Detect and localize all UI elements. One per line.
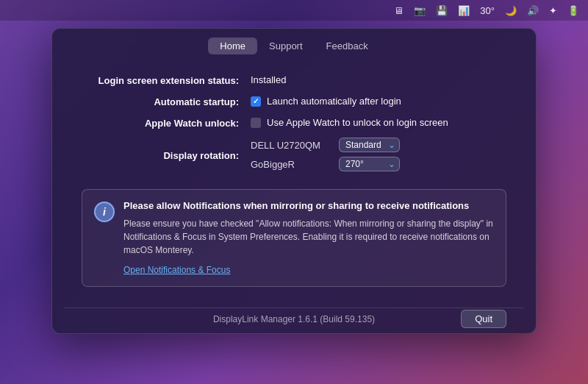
auto-startup-label: Automatic startup: — [82, 95, 251, 107]
display-rotation-label: Display rotation: — [82, 138, 251, 171]
auto-startup-checkbox[interactable] — [251, 96, 261, 107]
display2-name: GoBiggeR — [251, 159, 331, 170]
version-text: DisplayLink Manager 1.6.1 (Build 59.135) — [213, 314, 375, 324]
display2-select-wrapper: Standard 90° 180° 270° — [339, 157, 400, 171]
notification-box: i Please allow Notifications when mirror… — [82, 189, 506, 287]
open-notifications-link[interactable]: Open Notifications & Focus — [123, 265, 230, 275]
volume-icon: 🔊 — [527, 5, 539, 16]
quit-button[interactable]: Quit — [461, 310, 506, 328]
display2-row: GoBiggeR Standard 90° 180° 270° — [251, 157, 400, 171]
tab-feedback[interactable]: Feedback — [315, 38, 380, 54]
display2-select[interactable]: Standard 90° 180° 270° — [339, 157, 400, 171]
moon-icon: 🌙 — [505, 5, 517, 16]
temperature-display: 30° — [480, 5, 495, 16]
notification-header: i Please allow Notifications when mirror… — [94, 200, 494, 263]
tab-bar: Home Support Feedback — [52, 29, 536, 60]
login-screen-value: Installed — [251, 74, 506, 86]
memory-icon: 💾 — [436, 5, 448, 16]
bluetooth-icon: ✦ — [549, 5, 557, 16]
content-area: Login screen extension status: Installed… — [52, 60, 536, 307]
auto-startup-value: Launch automatically after login — [251, 95, 506, 107]
notification-title: Please allow Notifications when mirrorin… — [123, 200, 494, 213]
display-rotation-value: DELL U2720QM Standard 90° 180° 270° GoBi… — [251, 138, 506, 171]
camera-icon: 📷 — [414, 5, 426, 16]
login-screen-label: Login screen extension status: — [82, 74, 251, 86]
notification-content: Please allow Notifications when mirrorin… — [123, 200, 494, 263]
rotation-rows: DELL U2720QM Standard 90° 180° 270° GoBi… — [251, 138, 400, 171]
display1-row: DELL U2720QM Standard 90° 180° 270° — [251, 138, 400, 152]
battery-icon: 🔋 — [567, 5, 579, 16]
display1-select-wrapper: Standard 90° 180° 270° — [339, 138, 400, 152]
apple-watch-text: Use Apple Watch to unlock on login scree… — [267, 117, 448, 128]
display1-name: DELL U2720QM — [251, 140, 331, 151]
login-screen-status: Installed — [251, 74, 286, 85]
monitor-icon: 🖥 — [394, 5, 404, 16]
footer: DisplayLink Manager 1.6.1 (Build 59.135)… — [52, 308, 536, 333]
auto-startup-text: Launch automatically after login — [267, 96, 401, 107]
apple-watch-label: Apple Watch unlock: — [82, 116, 251, 129]
info-icon: i — [94, 202, 115, 222]
apple-watch-value: Use Apple Watch to unlock on login scree… — [251, 116, 506, 129]
settings-grid: Login screen extension status: Installed… — [82, 74, 506, 171]
tab-home[interactable]: Home — [208, 38, 257, 54]
tab-support[interactable]: Support — [257, 38, 315, 54]
apple-watch-checkbox[interactable] — [251, 118, 261, 128]
app-window: Home Support Feedback Login screen exten… — [51, 28, 537, 334]
display1-select[interactable]: Standard 90° 180° 270° — [339, 138, 400, 152]
storage-icon: 📊 — [458, 5, 470, 16]
notification-body: Please ensure you have checked "Allow no… — [123, 217, 494, 257]
menubar: 🖥 📷 💾 📊 30° 🌙 🔊 ✦ 🔋 — [0, 0, 588, 21]
